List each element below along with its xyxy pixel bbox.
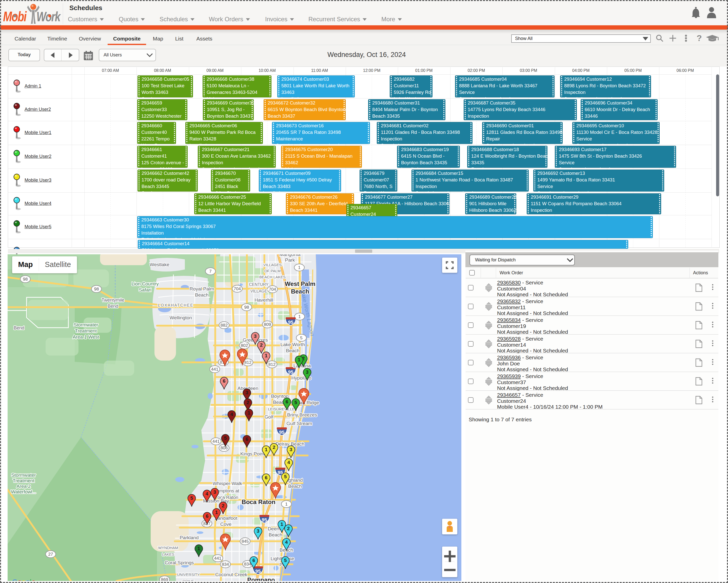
- svg-text:Stormwater: Stormwater: [73, 322, 98, 327]
- svg-text:5: 5: [284, 474, 287, 479]
- svg-text:Treatment: Treatment: [75, 328, 97, 333]
- svg-text:LEISUREVILLE: LEISUREVILLE: [268, 407, 294, 411]
- svg-text:Beach: Beach: [286, 348, 300, 353]
- svg-text:2: 2: [260, 342, 263, 348]
- svg-text:Kings Point: Kings Point: [240, 451, 265, 456]
- svg-text:LAKES: LAKES: [162, 552, 174, 556]
- svg-text:1: 1: [298, 357, 301, 362]
- svg-text:amptons at: amptons at: [216, 489, 239, 493]
- svg-text:Royal Palm: Royal Palm: [189, 286, 214, 292]
- svg-text:6: 6: [253, 558, 255, 563]
- svg-text:812: 812: [244, 360, 252, 365]
- svg-text:Gulf Stream: Gulf Stream: [286, 421, 312, 426]
- svg-text:6: 6: [245, 437, 249, 442]
- svg-text:2: 2: [287, 526, 290, 531]
- svg-text:95: 95: [255, 568, 261, 574]
- svg-text:1: 1: [248, 410, 251, 416]
- svg-text:CENTURY: CENTURY: [249, 282, 268, 287]
- svg-text:Coral Springs: Coral Springs: [164, 560, 194, 565]
- svg-text:OF PALM: OF PALM: [264, 269, 281, 273]
- svg-text:5: 5: [190, 495, 193, 501]
- svg-text:802: 802: [241, 343, 248, 348]
- svg-text:3: 3: [254, 333, 257, 339]
- svg-text:Lake Worth: Lake Worth: [281, 342, 305, 347]
- svg-text:7: 7: [209, 269, 211, 274]
- svg-text:Parkland: Parkland: [180, 535, 199, 540]
- svg-text:6: 6: [286, 399, 288, 404]
- svg-text:Lion Country: Lion Country: [131, 281, 159, 286]
- svg-text:6: 6: [206, 513, 209, 519]
- svg-text:98: 98: [244, 305, 249, 310]
- svg-text:Haverhill: Haverhill: [255, 297, 273, 303]
- svg-text:Area 1 West: Area 1 West: [73, 334, 99, 339]
- svg-text:?: ?: [697, 34, 702, 43]
- svg-text:Bend: Bend: [14, 325, 24, 331]
- svg-text:1: 1: [281, 522, 283, 527]
- svg-text:809: 809: [264, 322, 271, 327]
- svg-text:4: 4: [230, 412, 233, 417]
- svg-text:5: 5: [224, 436, 227, 441]
- svg-text:1: 1: [198, 546, 200, 551]
- svg-text:Area 2: Area 2: [17, 483, 31, 489]
- svg-text:Waterfowl...: Waterfowl...: [11, 489, 36, 495]
- svg-text:1: 1: [298, 314, 301, 319]
- svg-text:4: 4: [285, 539, 288, 545]
- svg-text:Wellington: Wellington: [170, 315, 192, 321]
- svg-text:4: 4: [287, 460, 290, 465]
- svg-text:834: 834: [222, 562, 229, 567]
- svg-text:704: 704: [234, 286, 241, 291]
- svg-text:BEACH LAKES: BEACH LAKES: [259, 275, 286, 279]
- svg-text:845: 845: [241, 539, 249, 544]
- svg-text:441: 441: [211, 367, 218, 372]
- svg-text:6: 6: [265, 475, 268, 480]
- svg-text:Pompano: Pompano: [247, 576, 275, 581]
- svg-text:5: 5: [284, 558, 287, 563]
- svg-text:812: 812: [268, 362, 276, 367]
- svg-text:Coconut Creek: Coconut Creek: [215, 572, 248, 577]
- svg-text:Stormwater: Stormwater: [11, 472, 36, 478]
- svg-text:806: 806: [220, 446, 228, 450]
- svg-text:2: 2: [222, 503, 225, 508]
- svg-text:1: 1: [298, 265, 300, 270]
- svg-text:3: 3: [213, 489, 216, 495]
- svg-text:3: 3: [245, 390, 249, 395]
- svg-text:DRIVE: DRIVE: [183, 579, 194, 581]
- svg-text:441: 441: [212, 439, 219, 444]
- svg-text:Golf: Golf: [265, 414, 274, 420]
- svg-text:1: 1: [215, 509, 218, 515]
- svg-text:98: 98: [23, 277, 28, 282]
- svg-text:95: 95: [279, 430, 285, 435]
- svg-text:95: 95: [288, 320, 293, 325]
- svg-text:Bend: Bend: [108, 304, 118, 309]
- svg-text:2: 2: [246, 400, 250, 405]
- svg-text:LOXAHATCHEE: LOXAHATCHEE: [158, 303, 193, 307]
- svg-text:Park: Park: [285, 257, 295, 262]
- svg-text:WYNDHAM: WYNDHAM: [158, 546, 178, 550]
- svg-text:1: 1: [265, 353, 268, 358]
- svg-text:95: 95: [262, 517, 267, 523]
- svg-text:Westlake: Westlake: [150, 262, 170, 267]
- svg-text:441: 441: [214, 556, 221, 561]
- svg-text:Beach: Beach: [269, 532, 282, 537]
- svg-text:Whisper Walk: Whisper Walk: [213, 481, 242, 486]
- svg-text:27: 27: [48, 552, 53, 557]
- svg-text:Safari: Safari: [139, 287, 151, 293]
- svg-text:ighland: ighland: [287, 477, 303, 483]
- svg-text:98: 98: [94, 287, 99, 292]
- svg-text:Boca Raton: Boca Raton: [241, 499, 275, 505]
- svg-text:5: 5: [294, 400, 297, 405]
- svg-text:UNIVERSITY: UNIVERSITY: [177, 572, 200, 577]
- svg-text:3: 3: [257, 528, 260, 534]
- svg-text:5: 5: [300, 335, 302, 340]
- svg-text:869: 869: [161, 577, 168, 581]
- svg-text:704: 704: [269, 287, 276, 292]
- svg-text:6: 6: [223, 378, 226, 384]
- svg-text:Mangonia: Mangonia: [279, 254, 301, 257]
- svg-text:Cove: Cove: [220, 522, 231, 527]
- svg-text:VILLAGE: VILLAGE: [251, 289, 267, 293]
- svg-text:882: 882: [220, 323, 228, 328]
- svg-text:Twentymile: Twentymile: [102, 298, 124, 303]
- svg-text:2: 2: [273, 445, 276, 450]
- svg-text:3: 3: [306, 369, 309, 375]
- svg-text:Briny Breezes: Briny Breezes: [287, 412, 317, 418]
